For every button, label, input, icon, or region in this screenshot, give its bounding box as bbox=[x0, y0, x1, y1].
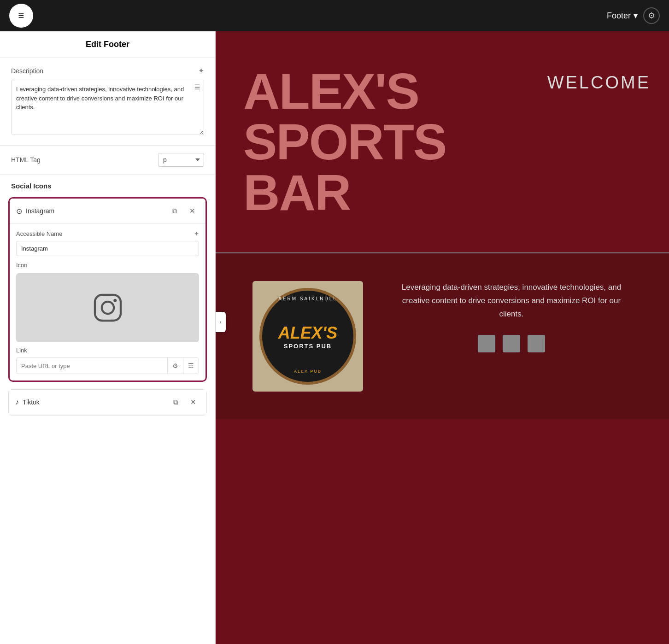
tiktok-name: Tiktok bbox=[23, 398, 169, 406]
instagram-actions: ⧉ ✕ bbox=[168, 204, 199, 218]
link-settings-button[interactable]: ⚙ bbox=[167, 358, 183, 374]
welcome-text: WELCOME bbox=[547, 73, 651, 93]
icon-label-row: Icon bbox=[16, 262, 199, 269]
tiktok-icon: ♪ bbox=[15, 398, 19, 406]
tiktok-header: ♪ Tiktok ⧉ ✕ bbox=[9, 390, 206, 415]
link-label: Link bbox=[16, 347, 27, 354]
settings-button[interactable]: ⚙ bbox=[643, 7, 660, 24]
sports-logo: AERM SAIKLNDLL ALEX'S SPORTS PUB ALEX PU… bbox=[252, 281, 363, 392]
html-tag-select[interactable]: p div span h1 h2 h3 bbox=[158, 153, 204, 167]
main-layout: Edit Footer Description ✦ Leveraging dat… bbox=[0, 31, 669, 644]
description-section: Description ✦ Leveraging data-driven str… bbox=[0, 58, 215, 146]
top-bar: ≡ Footer ▾ ⚙ bbox=[0, 0, 669, 31]
chevron-left-icon: ‹ bbox=[220, 319, 222, 325]
html-tag-label: HTML Tag bbox=[11, 156, 41, 164]
content-area: AERM SAIKLNDLL ALEX'S SPORTS PUB ALEX PU… bbox=[216, 252, 669, 419]
page-title-text: Footer bbox=[607, 11, 631, 21]
accessible-name-label: Accessible Name bbox=[16, 230, 62, 237]
chevron-down-icon: ▾ bbox=[634, 11, 638, 21]
ai-sparkle-icon[interactable]: ✦ bbox=[198, 66, 204, 75]
logo-icon: ≡ bbox=[18, 10, 24, 22]
description-textarea-wrapper: Leveraging data-driven strategies, innov… bbox=[11, 80, 204, 137]
description-label-row: Description ✦ bbox=[11, 66, 204, 75]
tiktok-actions: ⧉ ✕ bbox=[169, 395, 200, 409]
logo-bottom-text: ALEX PUB bbox=[294, 369, 322, 374]
content-description: Leveraging data-driven strategies, innov… bbox=[391, 281, 632, 321]
instagram-duplicate-button[interactable]: ⧉ bbox=[168, 204, 182, 218]
gear-icon: ⚙ bbox=[648, 11, 655, 21]
svg-point-1 bbox=[101, 302, 113, 314]
hero-title-line1: ALEX'S bbox=[243, 66, 446, 117]
link-field-row: ⚙ ☰ bbox=[16, 357, 199, 374]
hero-title-line3: BAR bbox=[243, 167, 446, 218]
svg-rect-0 bbox=[95, 295, 121, 321]
tiktok-remove-button[interactable]: ✕ bbox=[186, 395, 200, 409]
accessible-name-label-row: Accessible Name ✦ bbox=[16, 230, 199, 237]
preview-social-icon-3 bbox=[528, 335, 545, 352]
instagram-icon-preview[interactable] bbox=[16, 273, 199, 342]
description-label: Description bbox=[11, 67, 43, 75]
link-stack-button[interactable]: ☰ bbox=[183, 358, 199, 374]
content-text-area: Leveraging data-driven strategies, innov… bbox=[391, 281, 632, 352]
top-bar-right: Footer ▾ ⚙ bbox=[607, 7, 660, 24]
link-label-row: Link bbox=[16, 347, 199, 354]
panel-header: Edit Footer bbox=[0, 31, 215, 58]
preview-social-icon-1 bbox=[478, 335, 495, 352]
hero-title-line2: SPORTS bbox=[243, 117, 446, 167]
panel-title: Edit Footer bbox=[86, 40, 129, 49]
ai-sparkle-icon-2[interactable]: ✦ bbox=[194, 230, 199, 237]
accessible-name-input[interactable] bbox=[16, 241, 199, 256]
icon-label: Icon bbox=[16, 262, 28, 269]
tiktok-card: ♪ Tiktok ⧉ ✕ bbox=[8, 389, 207, 416]
logo-arc-text: AERM SAIKLNDLL bbox=[278, 296, 337, 301]
instagram-svg-icon bbox=[92, 292, 124, 324]
instagram-remove-button[interactable]: ✕ bbox=[185, 204, 199, 218]
link-input[interactable] bbox=[17, 359, 167, 373]
right-preview-panel: ALEX'S SPORTS BAR WELCOME AERM SAIKLNDLL… bbox=[216, 31, 669, 644]
instagram-icon: ⊙ bbox=[16, 207, 22, 216]
elementor-logo[interactable]: ≡ bbox=[9, 4, 33, 28]
logo-alex-text: ALEX'S bbox=[278, 323, 338, 343]
instagram-name: Instagram bbox=[26, 207, 168, 215]
collapse-panel-button[interactable]: ‹ bbox=[216, 312, 226, 332]
page-title[interactable]: Footer ▾ bbox=[607, 11, 638, 21]
left-panel: Edit Footer Description ✦ Leveraging dat… bbox=[0, 31, 216, 644]
description-textarea[interactable]: Leveraging data-driven strategies, innov… bbox=[11, 80, 204, 135]
instagram-header: ⊙ Instagram ⧉ ✕ bbox=[10, 199, 205, 224]
stack-icon: ☰ bbox=[194, 83, 200, 91]
logo-circle: AERM SAIKLNDLL ALEX'S SPORTS PUB ALEX PU… bbox=[259, 288, 356, 385]
social-icons-heading-text: Social Icons bbox=[11, 182, 52, 190]
hero-area: ALEX'S SPORTS BAR WELCOME bbox=[216, 31, 669, 252]
instagram-body: Accessible Name ✦ Icon Link bbox=[10, 224, 205, 381]
instagram-card: ⊙ Instagram ⧉ ✕ Accessible Name ✦ Icon bbox=[8, 197, 207, 382]
tiktok-duplicate-button[interactable]: ⧉ bbox=[169, 395, 182, 409]
svg-point-2 bbox=[113, 299, 117, 302]
preview-social-icons-row bbox=[391, 335, 632, 352]
hero-title: ALEX'S SPORTS BAR bbox=[243, 66, 446, 218]
social-icons-heading: Social Icons bbox=[0, 175, 215, 193]
preview-social-icon-2 bbox=[503, 335, 520, 352]
logo-sports-pub-text: SPORTS PUB bbox=[284, 343, 332, 350]
html-tag-row: HTML Tag p div span h1 h2 h3 bbox=[0, 146, 215, 175]
